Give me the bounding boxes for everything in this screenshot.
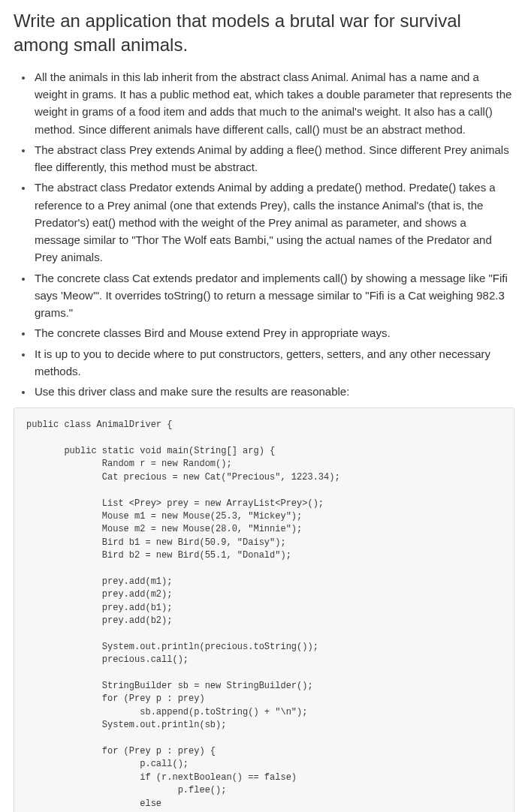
list-item: The concrete classes Bird and Mouse exte… xyxy=(33,324,514,341)
list-item: The abstract class Predator extends Anim… xyxy=(33,179,514,266)
page-title: Write an application that models a bruta… xyxy=(14,9,514,58)
list-item: The abstract class Prey extends Animal b… xyxy=(33,141,514,176)
list-item: All the animals in this lab inherit from… xyxy=(33,68,514,138)
requirements-list: All the animals in this lab inherit from… xyxy=(14,68,514,401)
code-block: public class AnimalDriver { public stati… xyxy=(14,408,514,812)
list-item: Use this driver class and make sure the … xyxy=(33,383,514,400)
list-item: The concrete class Cat extends predator … xyxy=(33,269,514,322)
list-item: It is up to you to decide where to put c… xyxy=(33,345,514,380)
